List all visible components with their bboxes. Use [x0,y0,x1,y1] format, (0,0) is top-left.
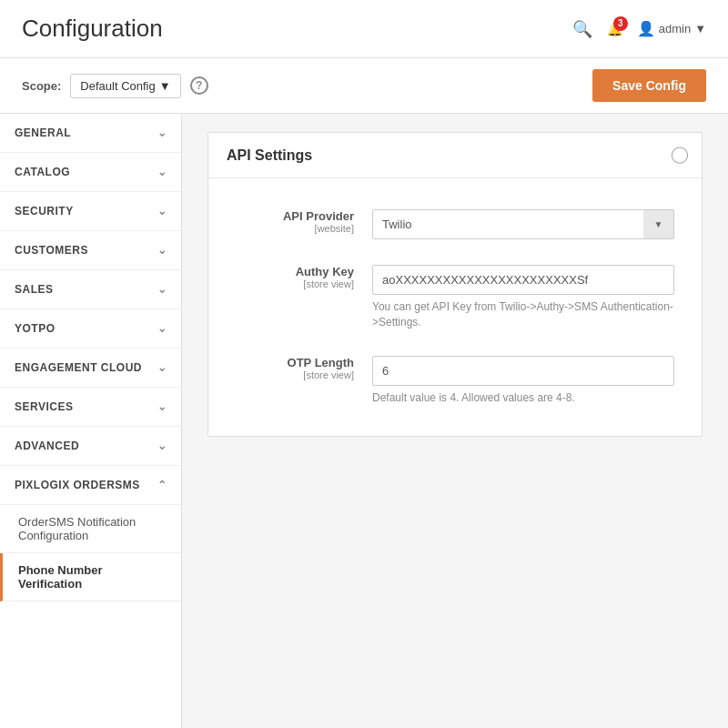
header-actions: 🔍 🔔 3 👤 admin ▼ [572,19,706,39]
save-config-button[interactable]: Save Config [592,69,706,102]
scope-dropdown[interactable]: Default Config ▼ [70,74,180,98]
chevron-down-icon: ⌄ [157,361,167,374]
chevron-down-icon: ⌄ [157,126,167,139]
sidebar-item-yotpo[interactable]: YOTPO ⌄ [0,309,181,349]
sidebar: GENERAL ⌄ CATALOG ⌄ SECURITY ⌄ CUSTOMERS… [0,114,182,728]
admin-user-menu[interactable]: 👤 admin ▼ [637,20,706,37]
sidebar-item-customers[interactable]: CUSTOMERS ⌄ [0,231,181,270]
api-provider-row: API Provider [website] Twilio [208,197,702,252]
section-header: API Settings ⃝ [208,133,702,178]
notification-bell[interactable]: 🔔 3 [607,22,622,36]
sidebar-label-sales: SALES [15,283,54,296]
scope-bar: Scope: Default Config ▼ ? Save Config [0,58,728,114]
sidebar-item-sales[interactable]: SALES ⌄ [0,270,181,309]
chevron-down-icon: ⌄ [157,440,167,452]
page-title: Configuration [22,15,163,43]
admin-label: admin [659,22,691,35]
sidebar-label-customers: CUSTOMERS [15,244,88,257]
content-area: API Settings ⃝ API Provider [website] Tw… [182,114,728,728]
chevron-down-icon: ⌄ [157,322,167,335]
sidebar-label-general: GENERAL [15,126,71,139]
scope-chevron-icon: ▼ [159,79,171,93]
sidebar-item-pixlogix[interactable]: PIXLOGIX ORDERSMS ⌃ [0,466,181,505]
section-body: API Provider [website] Twilio [208,178,702,436]
sidebar-label-pixlogix: PIXLOGIX ORDERSMS [15,479,140,491]
ordersms-label: OrderSMS Notification Configuration [18,515,136,542]
sidebar-item-advanced[interactable]: ADVANCED ⌄ [0,427,181,466]
otp-length-input[interactable] [372,356,674,386]
otp-length-row: OTP Length [store view] Default value is… [208,343,702,419]
authy-key-control: You can get API Key from Twilio->Authy->… [372,265,674,330]
api-provider-label: API Provider [website] [227,209,372,234]
authy-key-input[interactable] [372,265,674,295]
main-layout: GENERAL ⌄ CATALOG ⌄ SECURITY ⌄ CUSTOMERS… [0,114,728,728]
sidebar-label-services: SERVICES [15,400,73,413]
chevron-up-icon: ⌃ [157,479,167,491]
otp-length-label: OTP Length [store view] [227,356,372,380]
help-icon[interactable]: ? [190,76,208,95]
sidebar-item-security[interactable]: SECURITY ⌄ [0,192,181,231]
otp-length-hint: Default value is 4. Allowed values are 4… [372,390,674,406]
api-provider-control: Twilio [372,209,674,239]
sidebar-label-catalog: CATALOG [15,166,70,178]
sidebar-item-engagement-cloud[interactable]: ENGAGEMENT CLOUD ⌄ [0,349,181,388]
chevron-down-icon: ⌄ [157,400,167,413]
scope-label: Scope: [22,79,61,93]
authy-key-hint: You can get API Key from Twilio->Authy->… [372,299,674,330]
scope-left: Scope: Default Config ▼ ? [22,74,208,98]
chevron-down-icon: ⌄ [157,205,167,217]
sidebar-item-general[interactable]: GENERAL ⌄ [0,114,181,153]
sidebar-label-engagement-cloud: ENGAGEMENT CLOUD [15,361,142,374]
user-icon: 👤 [637,20,655,37]
api-settings-section: API Settings ⃝ API Provider [website] Tw… [207,132,703,437]
sidebar-item-services[interactable]: SERVICES ⌄ [0,388,181,427]
sidebar-label-yotpo: YOTPO [15,322,56,335]
chevron-down-icon: ⌄ [157,283,167,296]
authy-key-label: Authy Key [store view] [227,265,372,289]
sidebar-item-catalog[interactable]: CATALOG ⌄ [0,153,181,192]
search-icon[interactable]: 🔍 [572,19,592,39]
admin-chevron-icon: ▼ [694,22,706,35]
chevron-down-icon: ⌄ [157,166,167,178]
notification-badge: 3 [613,16,628,31]
section-title: API Settings [227,147,312,164]
sidebar-subitem-phone-verification[interactable]: Phone Number Verification [0,553,181,602]
scope-value: Default Config [80,79,155,93]
header: Configuration 🔍 🔔 3 👤 admin ▼ [0,0,728,58]
otp-length-control: Default value is 4. Allowed values are 4… [372,356,674,406]
api-provider-select[interactable]: Twilio [372,209,674,239]
sidebar-label-advanced: ADVANCED [15,440,79,452]
api-provider-select-wrap: Twilio [372,209,674,239]
sidebar-submenu-pixlogix: OrderSMS Notification Configuration Phon… [0,505,181,602]
phone-verification-label: Phone Number Verification [18,563,102,591]
sidebar-label-security: SECURITY [15,205,74,217]
sidebar-subitem-ordersms[interactable]: OrderSMS Notification Configuration [0,505,181,553]
authy-key-row: Authy Key [store view] You can get API K… [208,252,702,343]
chevron-down-icon: ⌄ [157,244,167,257]
